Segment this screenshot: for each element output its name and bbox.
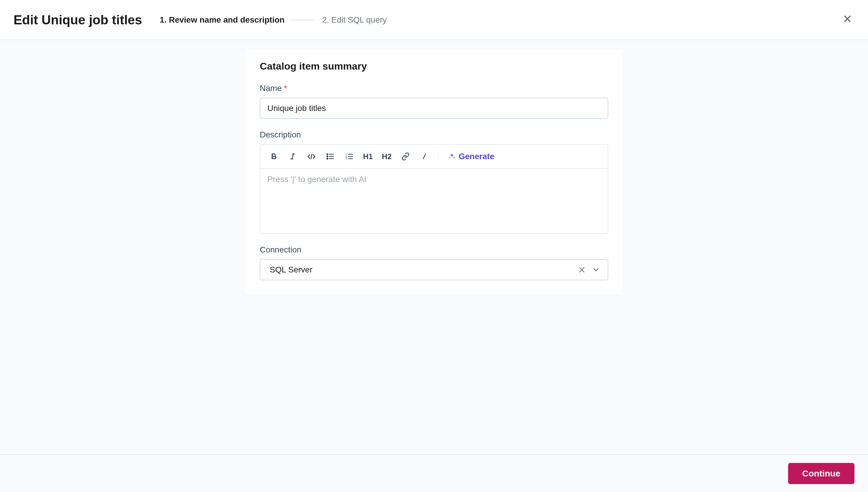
svg-text:3: 3 bbox=[346, 157, 347, 160]
name-label-text: Name bbox=[260, 84, 282, 93]
close-icon bbox=[843, 14, 852, 23]
svg-line-5 bbox=[311, 154, 312, 159]
description-editor: 1 2 3 H1 H2 bbox=[260, 144, 608, 234]
name-label: Name * bbox=[260, 84, 608, 93]
h1-icon: H1 bbox=[363, 152, 373, 161]
footer: Continue bbox=[0, 454, 868, 492]
generate-label: Generate bbox=[459, 152, 494, 161]
bullet-list-icon bbox=[326, 152, 335, 161]
generate-button[interactable]: Generate bbox=[445, 148, 498, 165]
description-placeholder: Press '|' to generate with AI bbox=[267, 175, 367, 184]
link-icon bbox=[401, 152, 409, 161]
header: Edit Unique job titles 1. Review name an… bbox=[0, 0, 868, 40]
clear-icon bbox=[578, 266, 586, 274]
stepper: 1. Review name and description 2. Edit S… bbox=[160, 15, 387, 25]
chevron-down-icon bbox=[592, 266, 600, 274]
h2-button[interactable]: H2 bbox=[378, 148, 395, 165]
slash-button[interactable] bbox=[416, 148, 432, 165]
name-field-group: Name * bbox=[260, 84, 608, 119]
code-icon bbox=[307, 152, 316, 161]
continue-button[interactable]: Continue bbox=[788, 463, 854, 484]
h2-icon: H2 bbox=[382, 152, 391, 161]
svg-line-4 bbox=[292, 154, 293, 159]
connection-dropdown-button[interactable] bbox=[589, 263, 603, 277]
italic-icon bbox=[289, 153, 297, 160]
svg-point-7 bbox=[327, 156, 328, 157]
summary-card: Catalog item summary Name * Description bbox=[245, 50, 623, 294]
bullet-list-button[interactable] bbox=[322, 148, 338, 165]
connection-field-group: Connection SQL Server bbox=[260, 245, 608, 280]
link-button[interactable] bbox=[397, 148, 414, 165]
description-label: Description bbox=[260, 130, 608, 140]
bold-button[interactable] bbox=[266, 148, 282, 165]
description-textarea[interactable]: Press '|' to generate with AI bbox=[260, 169, 608, 233]
page-title: Edit Unique job titles bbox=[14, 13, 142, 27]
ordered-list-button[interactable]: 1 2 3 bbox=[341, 148, 357, 165]
bold-icon bbox=[269, 152, 278, 161]
required-mark: * bbox=[284, 84, 287, 93]
name-input[interactable] bbox=[260, 98, 608, 119]
connection-label: Connection bbox=[260, 245, 608, 254]
connection-clear-button[interactable] bbox=[575, 263, 589, 277]
h1-button[interactable]: H1 bbox=[360, 148, 376, 165]
ordered-list-icon: 1 2 3 bbox=[345, 152, 353, 161]
slash-icon bbox=[421, 153, 428, 160]
step-2[interactable]: 2. Edit SQL query bbox=[322, 15, 387, 25]
editor-toolbar: 1 2 3 H1 H2 bbox=[260, 145, 608, 169]
step-divider bbox=[291, 20, 315, 20]
body: Catalog item summary Name * Description bbox=[0, 40, 868, 492]
connection-value: SQL Server bbox=[270, 265, 575, 274]
connection-select[interactable]: SQL Server bbox=[260, 259, 608, 280]
step-1[interactable]: 1. Review name and description bbox=[160, 15, 285, 25]
description-field-group: Description bbox=[260, 130, 608, 234]
svg-point-6 bbox=[327, 154, 328, 155]
card-title: Catalog item summary bbox=[260, 60, 608, 72]
italic-button[interactable] bbox=[284, 148, 301, 165]
svg-line-18 bbox=[423, 154, 425, 159]
close-button[interactable] bbox=[840, 12, 854, 26]
sparkle-icon bbox=[448, 153, 456, 160]
svg-point-8 bbox=[327, 158, 328, 159]
code-button[interactable] bbox=[303, 148, 320, 165]
